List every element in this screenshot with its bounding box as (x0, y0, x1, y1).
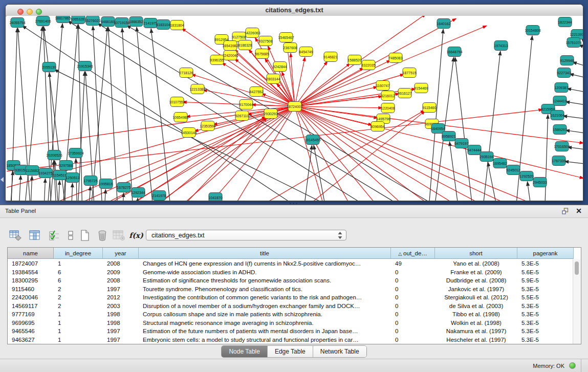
graph-node[interactable]: 4616127 (398, 89, 411, 98)
delete-trash-button[interactable] (95, 229, 110, 242)
graph-node[interactable]: 18817865 (55, 16, 71, 23)
graph-node[interactable]: 1822344 (558, 17, 572, 27)
graph-node[interactable]: 12353594 (200, 121, 215, 131)
graph-node[interactable]: 10653287 (70, 16, 86, 24)
graph-node[interactable]: 20206526 (46, 150, 62, 160)
graph-node[interactable]: 1831804 (170, 20, 184, 30)
graph-node[interactable]: 1115682 (26, 166, 39, 176)
graph-node[interactable]: 1934275 (38, 168, 52, 178)
graph-node[interactable]: 8186328 (238, 40, 252, 50)
graph-node[interactable]: 1154519 (53, 170, 67, 180)
tab-edge-table[interactable]: Edge Table (268, 346, 313, 357)
network-canvas[interactable]: 1872400729302931422606391275088912954165… (7, 16, 583, 201)
table-row[interactable]: 977716911998Corpus callosum shape and si… (8, 310, 581, 319)
column-display-button[interactable] (28, 229, 42, 242)
graph-node[interactable]: 9170044 (239, 100, 253, 110)
scrollbar-thumb[interactable] (575, 261, 579, 275)
table-row[interactable]: 946362711997Embryonic stem cells: a mode… (8, 336, 581, 344)
graph-node[interactable]: 2930293 (264, 109, 277, 119)
graph-node[interactable]: 1795725 (83, 176, 97, 186)
graph-node[interactable]: 15751074 (565, 38, 581, 48)
graph-node[interactable]: 2141975 (143, 18, 157, 28)
graph-node[interactable]: 1244419 (553, 96, 567, 106)
graph-node[interactable]: 8096954 (371, 122, 384, 132)
graph-node[interactable]: 8183104 (156, 20, 170, 30)
graph-node[interactable]: 15276023 (84, 16, 100, 26)
graph-node[interactable]: 1767339 (552, 156, 565, 166)
graph-node[interactable]: 9242844 (273, 62, 287, 72)
graph-node[interactable]: 24055754 (9, 18, 25, 28)
select-columns-button[interactable] (47, 229, 61, 242)
graph-node[interactable]: 9146821 (323, 52, 337, 62)
graph-node[interactable]: 16648794 (446, 47, 462, 57)
tab-network-table[interactable]: Network Table (313, 346, 366, 357)
graph-node[interactable]: 2718126 (179, 68, 193, 78)
graph-node[interactable]: 10654988 (172, 113, 188, 122)
graph-node[interactable]: 2141978 (152, 191, 166, 201)
graph-node[interactable]: 8454749 (299, 47, 313, 57)
graph-node[interactable]: 2367608 (283, 43, 297, 53)
graph-node[interactable]: 17359924 (68, 148, 83, 158)
table-row[interactable]: 1830029562008Estimation of significance … (8, 276, 581, 285)
column-header-pagerank[interactable]: pagerank (517, 248, 574, 259)
table-settings-button[interactable] (8, 229, 23, 242)
graph-node[interactable]: 2055130 (42, 62, 56, 72)
table-row[interactable]: 1456911722003Disruption of a novel membe… (8, 302, 581, 311)
panel-collapse-arrow-icon[interactable] (1, 177, 4, 182)
column-header-out_de[interactable]: △out_de… (391, 248, 435, 259)
graph-node[interactable]: 9154469 (414, 83, 428, 93)
graph-node[interactable]: 1160747 (376, 81, 390, 91)
splitter-handle[interactable] (290, 203, 297, 204)
graph-node[interactable]: 2803144 (266, 74, 280, 84)
graph-node[interactable]: 2945033 (533, 178, 547, 187)
citation-network-graph[interactable]: 1872400729302931422606391275088912954165… (7, 16, 583, 201)
graph-node[interactable]: 1640162 (437, 19, 450, 29)
graph-node[interactable]: 18724007 (287, 102, 302, 112)
graph-node[interactable]: 22420046 (222, 51, 238, 60)
graph-node[interactable]: 6466160 (101, 17, 115, 27)
graph-node[interactable]: 12213381 (189, 84, 205, 94)
graph-node[interactable]: 3297588 (59, 161, 73, 170)
graph-node[interactable]: 7485083 (388, 53, 402, 63)
column-header-year[interactable]: year (103, 248, 139, 259)
graph-node[interactable]: 19145455 (304, 135, 320, 145)
graph-node[interactable]: 15465467 (278, 33, 294, 42)
graph-node[interactable]: 8322035 (361, 60, 375, 70)
graph-node[interactable]: 9396155 (210, 55, 224, 65)
graph-node[interactable]: 14530144 (181, 128, 197, 138)
column-header-name[interactable]: name (8, 248, 54, 259)
graph-node[interactable]: 6479197 (454, 139, 468, 148)
graph-node[interactable]: 10719158 (114, 18, 129, 28)
graph-node[interactable]: 1292344 (131, 188, 145, 198)
graph-node[interactable]: 1678275 (117, 183, 130, 192)
new-document-button[interactable] (78, 229, 92, 242)
table-row[interactable]: 1938455462009Genome-wide association stu… (8, 268, 581, 277)
table-row[interactable]: 2242004622012Investigating the contribut… (8, 293, 581, 302)
table-row[interactable]: 911546021997Tourette syndrome. Phenomeno… (8, 285, 581, 294)
graph-node[interactable]: 9115460 (423, 103, 437, 113)
graph-node[interactable]: 9227343 (557, 68, 571, 78)
graph-node[interactable]: 17016504 (554, 142, 570, 151)
graph-node[interactable]: 1695482 (493, 159, 507, 168)
graph-node[interactable]: 3216012 (381, 91, 395, 101)
graph-node[interactable]: 10107553 (169, 97, 185, 107)
close-panel-icon[interactable]: ✕ (576, 207, 582, 215)
graph-node[interactable]: 1995816 (99, 179, 113, 189)
table-row[interactable]: 946554611997Estimation of the future num… (8, 327, 581, 336)
graph-node[interactable]: 1588520 (347, 55, 361, 65)
graph-node[interactable]: 9245012 (506, 165, 520, 175)
float-panel-icon[interactable] (562, 208, 570, 215)
column-header-short[interactable]: short (435, 248, 517, 259)
graph-node[interactable]: 1209387 (554, 83, 568, 93)
graph-node[interactable]: 1041870 (208, 193, 222, 201)
graph-node[interactable]: 9474444 (467, 145, 481, 155)
graph-node[interactable]: 1589297 (553, 125, 567, 135)
graph-node[interactable]: 2935194 (480, 152, 493, 162)
row-cells-button[interactable] (63, 229, 78, 242)
graph-node[interactable]: 1220408 (381, 103, 395, 113)
graph-node[interactable]: 16543982 (222, 41, 238, 51)
table-row[interactable]: 969969511998Structural magnetic resonanc… (8, 319, 581, 327)
function-builder-button[interactable]: f(x) (129, 229, 143, 242)
table-row[interactable]: 1872400712008Changes of HCN gene express… (8, 259, 581, 268)
vertical-scrollbar[interactable] (573, 259, 580, 344)
